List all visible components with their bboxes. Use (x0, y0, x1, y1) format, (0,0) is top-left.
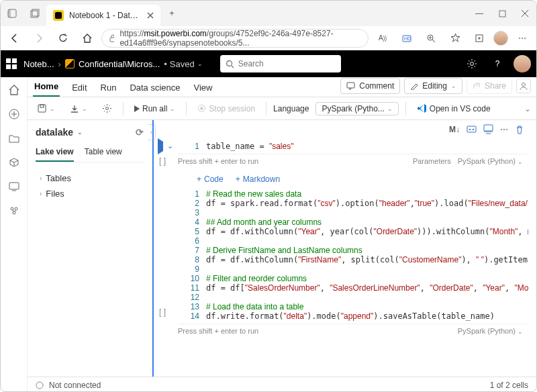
svg-rect-19 (38, 105, 46, 112)
language-select[interactable]: PySpark (Pytho...⌄ (315, 102, 398, 115)
zoom-icon[interactable] (421, 28, 441, 48)
url-input[interactable]: https://msit.powerbi.com/groups/4752ef9c… (101, 29, 369, 48)
back-button[interactable] (5, 28, 25, 48)
collapse-ribbon-icon[interactable]: ⌄ (524, 104, 531, 113)
svg-rect-25 (484, 125, 493, 131)
breadcrumb[interactable]: Noteb...› Confidential\Micros... • Saved… (23, 59, 203, 69)
powerbi-favicon (53, 10, 64, 21)
new-tab-button[interactable]: + (160, 1, 183, 26)
stop-session-button: Stop session (193, 102, 259, 115)
comment-button[interactable]: Comment (340, 78, 400, 94)
convert-cell-icon[interactable] (467, 124, 477, 134)
rail-workloads-icon[interactable] (8, 205, 20, 217)
save-button[interactable]: ⌄ (33, 101, 59, 115)
cell-bracket-icon: [ ] (159, 156, 166, 166)
rail-create-icon[interactable] (8, 108, 20, 120)
explorer-tab-tableview[interactable]: Table view (85, 144, 122, 162)
cell-menu-chevron-icon[interactable]: ⌄ (167, 142, 173, 151)
shield-icon (65, 59, 75, 68)
code-cell-2[interactable]: 1# Read the new sales data 2df = spark.r… (178, 189, 528, 338)
tree-item-tables[interactable]: ›Tables (36, 170, 144, 186)
svg-rect-13 (9, 183, 19, 189)
svg-point-14 (11, 207, 13, 210)
ribbon-tab-edit[interactable]: Edit (70, 80, 88, 97)
svg-rect-1 (8, 9, 11, 17)
home-button[interactable] (77, 28, 97, 48)
svg-point-10 (226, 60, 232, 66)
lakehouse-explorer: ‹ datalake⌄⟳ Lake view Table view ›Table… (28, 120, 152, 377)
tree-item-files[interactable]: ›Files (36, 186, 144, 201)
connection-status-icon (36, 381, 44, 389)
ribbon-tab-run[interactable]: Run (99, 80, 118, 97)
tabs-icon[interactable] (23, 1, 46, 26)
code-cell-1[interactable]: 1table_name = "sales" Press shift + ente… (178, 142, 528, 168)
ribbon-tab-home[interactable]: Home (33, 79, 60, 97)
left-rail (1, 77, 28, 392)
svg-point-21 (106, 107, 109, 110)
run-cell-button[interactable] (158, 142, 163, 151)
toggle-output-icon[interactable] (483, 124, 493, 134)
cell-hint: Press shift + enter to run (178, 157, 258, 165)
editing-mode-button[interactable]: Editing⌄ (404, 78, 462, 94)
search-icon (226, 60, 234, 68)
svg-rect-23 (201, 107, 203, 110)
add-markdown-cell-button[interactable]: + Markdown (236, 175, 280, 184)
collections-icon[interactable] (469, 28, 489, 48)
cell-toolbar: M↓ ⋯ (449, 124, 524, 134)
cell-language-select[interactable]: PySpark (Python) ⌄ (458, 157, 523, 165)
svg-rect-17 (347, 83, 354, 88)
rail-onelake-icon[interactable] (8, 156, 20, 168)
download-button[interactable]: ⌄ (66, 102, 91, 115)
connection-status: Not connected (49, 381, 101, 390)
cell-parameters-label[interactable]: Parameters (413, 157, 451, 165)
settings-icon[interactable] (462, 58, 481, 69)
window-maximize-icon[interactable] (491, 1, 514, 26)
refresh-icon[interactable]: ⟳ (136, 127, 144, 138)
favorites-icon[interactable] (445, 28, 465, 48)
persona-icon[interactable] (516, 79, 531, 93)
svg-rect-20 (40, 105, 44, 107)
cell-bracket-icon: [ ] (159, 307, 166, 317)
window-minimize-icon[interactable]: ― (468, 1, 491, 26)
ribbon-tab-view[interactable]: View (193, 80, 214, 97)
markdown-toggle-icon[interactable]: M↓ (449, 125, 460, 134)
settings-gear-button[interactable] (98, 101, 116, 115)
run-all-button[interactable]: Run all⌄ (130, 102, 179, 115)
user-avatar[interactable] (514, 55, 531, 72)
vscode-icon (417, 103, 427, 113)
ribbon: Home Edit Run Data science View Comment … (28, 77, 536, 97)
forward-button (29, 28, 49, 48)
window-close-icon[interactable] (514, 1, 536, 26)
lock-icon (109, 34, 114, 42)
cell-language-select[interactable]: PySpark (Python) ⌄ (458, 327, 523, 335)
toolbar: ⌄ ⌄ Run all⌄ Stop session Language PySpa… (28, 97, 536, 120)
ribbon-tab-datascience[interactable]: Data science (128, 80, 181, 97)
svg-text:HD: HD (404, 36, 411, 41)
close-tab-icon[interactable] (147, 12, 154, 19)
lakehouse-title[interactable]: datalake⌄⟳ (36, 127, 144, 138)
explorer-tab-lakeview[interactable]: Lake view (36, 144, 74, 162)
browser-addressbar: https://msit.powerbi.com/groups/4752ef9c… (1, 26, 536, 50)
svg-point-26 (36, 382, 43, 389)
browser-profile-avatar[interactable] (493, 31, 508, 46)
help-icon[interactable]: ? (488, 59, 507, 68)
share-button: Share (467, 78, 512, 94)
rail-home-icon[interactable] (8, 84, 20, 96)
search-input[interactable]: Search (220, 55, 341, 72)
app-launcher-icon[interactable] (6, 58, 17, 69)
profile-menu-icon[interactable] (1, 1, 23, 26)
cell-more-icon[interactable]: ⋯ (500, 125, 508, 134)
browser-tab[interactable]: Notebook 1 - Data engineering (46, 5, 160, 26)
rail-browse-icon[interactable] (8, 132, 20, 144)
tab-title: Notebook 1 - Data engineering (69, 11, 142, 20)
language-label: Language (273, 104, 309, 113)
delete-cell-icon[interactable] (515, 125, 524, 134)
add-code-cell-button[interactable]: + Code (197, 175, 224, 184)
browser-more-icon[interactable]: ⋯ (512, 28, 532, 48)
refresh-button[interactable] (53, 28, 73, 48)
read-aloud-icon[interactable]: A)) (373, 28, 393, 48)
rail-monitor-icon[interactable] (8, 181, 20, 193)
translate-icon[interactable]: HD (397, 28, 417, 48)
open-vscode-button[interactable]: Open in VS code (413, 101, 495, 115)
svg-point-16 (13, 211, 15, 214)
